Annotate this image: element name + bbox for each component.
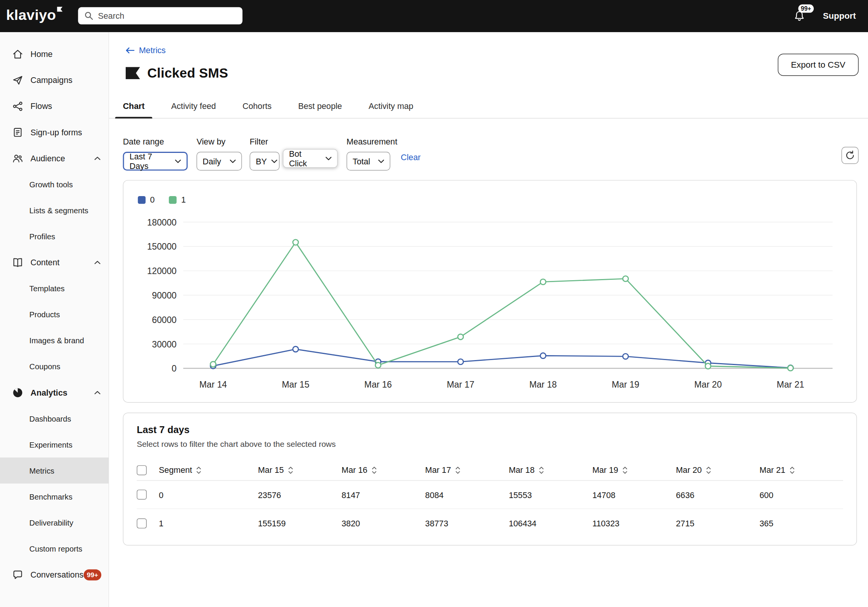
datapoint-0-mar-18[interactable] <box>540 353 546 358</box>
datapoint-1-mar-17[interactable] <box>458 334 463 339</box>
value-cell: 23576 <box>258 490 342 500</box>
sidebar-item-conversations[interactable]: Conversations99+ <box>0 562 108 588</box>
chevron-up-icon <box>94 156 100 161</box>
support-link[interactable]: Support <box>823 11 856 21</box>
chevron-down-icon <box>175 159 181 163</box>
back-link-label: Metrics <box>139 45 166 55</box>
sidebar-item-audience[interactable]: Audience <box>0 145 108 171</box>
table-row-segment-1[interactable]: 11551593820387731064341103232715365 <box>137 509 843 537</box>
column-header-mar-19[interactable]: Mar 19 <box>592 465 676 475</box>
klaviyo-logo[interactable]: klaviyo <box>6 6 63 24</box>
tab-chart[interactable]: Chart <box>115 94 152 118</box>
filter-by-select[interactable]: BY <box>249 152 279 170</box>
sidebar-item-campaigns[interactable]: Campaigns <box>0 67 108 93</box>
sort-icon[interactable] <box>455 466 460 474</box>
measurement-select[interactable]: Total <box>347 152 390 170</box>
sidebar-item-images-brand[interactable]: Images & brand <box>0 327 108 353</box>
sidebar-item-profiles[interactable]: Profiles <box>0 223 108 249</box>
sidebar-item-products[interactable]: Products <box>0 301 108 327</box>
sidebar-item-content[interactable]: Content <box>0 249 108 275</box>
tab-best-people[interactable]: Best people <box>290 94 350 118</box>
sidebar-item-growth-tools[interactable]: Growth tools <box>0 171 108 197</box>
segment-cell: 0 <box>159 490 258 500</box>
datapoint-1-mar-18[interactable] <box>540 279 546 284</box>
audience-icon <box>12 153 23 164</box>
refresh-button[interactable] <box>841 147 858 164</box>
column-header-mar-16[interactable]: Mar 16 <box>342 465 425 475</box>
sidebar-item-experiments[interactable]: Experiments <box>0 432 108 458</box>
sort-icon[interactable] <box>789 466 795 474</box>
column-label: Mar 19 <box>592 465 618 475</box>
notifications-badge: 99+ <box>798 5 814 13</box>
view-by-value: Daily <box>202 156 221 166</box>
sidebar-item-label: Flows <box>31 101 52 111</box>
value-cell: 110323 <box>592 518 676 528</box>
select-all-checkbox[interactable] <box>137 465 147 475</box>
sidebar-item-analytics[interactable]: Analytics <box>0 380 108 406</box>
view-by-filter: View by Daily <box>196 137 242 170</box>
sidebar-item-flows[interactable]: Flows <box>0 93 108 119</box>
datapoint-0-mar-19[interactable] <box>623 354 628 359</box>
datapoint-0-mar-15[interactable] <box>293 346 298 352</box>
sidebar-item-benchmarks[interactable]: Benchmarks <box>0 484 108 510</box>
datapoint-1-mar-19[interactable] <box>623 276 628 281</box>
sort-icon[interactable] <box>196 466 201 474</box>
clear-filters-link[interactable]: Clear <box>401 152 421 162</box>
sort-icon[interactable] <box>371 466 377 474</box>
datapoint-1-mar-21[interactable] <box>788 365 793 371</box>
tab-cohorts[interactable]: Cohorts <box>235 94 279 118</box>
tab-activity-feed[interactable]: Activity feed <box>164 94 224 118</box>
datapoint-1-mar-16[interactable] <box>375 362 381 368</box>
row-checkbox[interactable] <box>137 490 147 500</box>
sort-icon[interactable] <box>706 466 711 474</box>
column-header-mar-20[interactable]: Mar 20 <box>676 465 760 475</box>
datapoint-1-mar-14[interactable] <box>211 362 216 367</box>
conversations-badge: 99+ <box>84 569 102 580</box>
sort-icon[interactable] <box>538 466 544 474</box>
sidebar-item-custom-reports[interactable]: Custom reports <box>0 536 108 562</box>
measurement-label: Measurement <box>347 137 397 147</box>
column-header-segment[interactable]: Segment <box>159 465 258 475</box>
back-to-metrics-link[interactable]: Metrics <box>126 45 166 55</box>
chevron-up-icon <box>94 390 100 395</box>
sidebar-item-label: Home <box>31 49 53 59</box>
column-header-mar-18[interactable]: Mar 18 <box>509 465 593 475</box>
table-row-segment-0[interactable]: 0235768147808415553147086636600 <box>137 481 843 509</box>
sidebar-item-label: Analytics <box>31 388 68 397</box>
column-header-mar-15[interactable]: Mar 15 <box>258 465 342 475</box>
global-search[interactable] <box>78 7 242 24</box>
sidebar-item-metrics[interactable]: Metrics <box>0 458 108 484</box>
search-input[interactable] <box>98 11 236 21</box>
search-icon <box>84 11 94 21</box>
notifications-button[interactable]: 99+ <box>793 10 805 22</box>
sidebar-item-label: Audience <box>31 153 65 163</box>
datapoint-0-mar-17[interactable] <box>458 359 463 364</box>
sidebar-item-lists-segments[interactable]: Lists & segments <box>0 197 108 223</box>
column-header-mar-17[interactable]: Mar 17 <box>425 465 509 475</box>
row-checkbox[interactable] <box>137 518 147 528</box>
conversations-icon <box>12 569 23 580</box>
sidebar-item-sign-up-forms[interactable]: Sign-up forms <box>0 119 108 145</box>
sort-icon[interactable] <box>288 466 293 474</box>
header-checkbox-cell <box>137 465 159 475</box>
filter-label: Filter <box>249 137 279 147</box>
sidebar-item-deliverability[interactable]: Deliverability <box>0 510 108 536</box>
sidebar-item-home[interactable]: Home <box>0 41 108 67</box>
y-axis-tick-label: 150000 <box>147 242 177 252</box>
datapoint-1-mar-15[interactable] <box>293 240 298 245</box>
datapoint-1-mar-20[interactable] <box>705 364 711 369</box>
tab-activity-map[interactable]: Activity map <box>361 94 421 118</box>
sidebar-item-templates[interactable]: Templates <box>0 275 108 301</box>
bot-click-select[interactable]: Bot Click <box>283 149 337 168</box>
date-range-select[interactable]: Last 7 Days <box>123 152 188 170</box>
sidebar-item-label: Campaigns <box>31 75 73 85</box>
y-axis-tick-label: 30000 <box>152 339 177 349</box>
column-header-mar-21[interactable]: Mar 21 <box>760 465 843 475</box>
view-by-select[interactable]: Daily <box>196 152 242 170</box>
sidebar-item-dashboards[interactable]: Dashboards <box>0 406 108 432</box>
value-cell: 6636 <box>676 490 760 500</box>
measurement-value: Total <box>353 156 370 166</box>
sidebar-item-coupons[interactable]: Coupons <box>0 353 108 379</box>
sort-icon[interactable] <box>622 466 627 474</box>
export-csv-button[interactable]: Export to CSV <box>778 54 859 76</box>
